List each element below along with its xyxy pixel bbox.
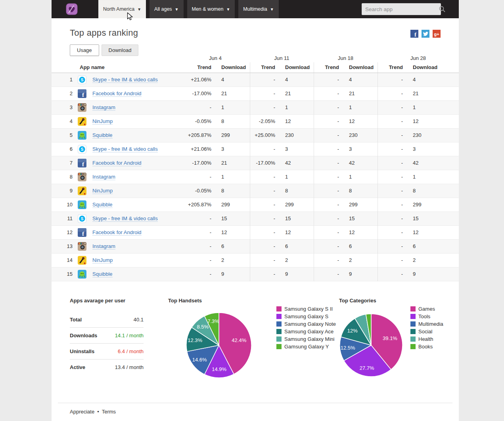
app-link[interactable]: Skype - free IM & video calls: [92, 146, 158, 152]
facebook-app-icon: f: [73, 87, 90, 100]
pie-slice-label: 12.5%: [341, 345, 355, 351]
legend-label: Multimedia: [418, 321, 443, 327]
app-link[interactable]: Instagram: [92, 104, 115, 111]
facebook-icon[interactable]: f: [410, 30, 418, 38]
trend-cell: -: [181, 253, 211, 267]
download-cell: 4: [275, 73, 314, 87]
legend-swatch: [410, 314, 416, 319]
stat-value: 6.4 / month: [118, 348, 144, 354]
nav-menu: North America ▼ All ages ▼ Men & women ▼…: [98, 0, 282, 18]
download-header: Download: [403, 62, 459, 73]
app-link[interactable]: Facebook for Android: [92, 160, 142, 166]
trend-cell: -: [250, 267, 275, 281]
handsets-chart-title: Top Handsets: [168, 298, 202, 304]
nav-dropdown-region[interactable]: North America ▼: [98, 0, 146, 18]
search-icon[interactable]: [439, 4, 446, 14]
rank-cell: 6: [52, 142, 73, 156]
apps-average-panel: Apps avarage per user Total40.1Downloads…: [70, 298, 144, 375]
trend-cell: -: [181, 267, 211, 281]
app-link[interactable]: Skype - free IM & video calls: [92, 215, 158, 222]
app-link[interactable]: Instagram: [92, 174, 115, 180]
download-cell: 1: [403, 170, 459, 184]
legend-label: Health: [418, 336, 433, 342]
trend-cell: -: [314, 239, 339, 253]
twitter-icon[interactable]: [422, 30, 429, 38]
footer-divider: [58, 403, 452, 403]
ninjump-app-icon: [73, 114, 90, 128]
download-cell: 1: [211, 100, 250, 114]
rank-cell: 5: [52, 128, 73, 142]
svg-text:S: S: [81, 217, 84, 221]
footer: Appreciate • Terms: [70, 409, 116, 415]
legend-label: Samsung Galaxy S II: [284, 306, 333, 312]
squibble-app-icon: [73, 128, 90, 142]
nav-dropdown-ages[interactable]: All ages ▼: [149, 0, 183, 18]
trend-cell: -: [181, 170, 211, 184]
app-link[interactable]: Squibble: [92, 271, 113, 277]
trend-cell: -: [378, 198, 403, 211]
trend-cell: -17.00%: [181, 87, 211, 100]
download-header: Download: [275, 62, 314, 73]
categories-pie-chart: 39.1%27.7%12.5%12%: [339, 313, 403, 377]
rank-cell: 13: [52, 239, 73, 253]
legend-label: Tools: [418, 313, 430, 319]
trend-cell: -: [314, 170, 339, 184]
ninjump-app-icon: [73, 253, 90, 267]
pie-slice-label: 7.3%: [207, 318, 219, 324]
footer-link-appreciate[interactable]: Appreciate: [70, 409, 94, 415]
download-cell: 9: [339, 267, 378, 281]
google-plus-icon[interactable]: g+: [433, 30, 441, 38]
trend-cell: -2.05%: [250, 114, 275, 128]
trend-cell: -0.05%: [181, 114, 211, 128]
trend-cell: -: [378, 225, 403, 239]
trend-cell: -: [378, 73, 403, 87]
app-link[interactable]: Instagram: [92, 243, 115, 250]
trend-cell: -: [314, 211, 339, 225]
table-row: 11SSkype - free IM & video calls-15-15-1…: [52, 211, 459, 225]
download-cell: 3: [403, 142, 459, 156]
skype-app-icon: S: [73, 142, 90, 156]
download-cell: 15: [275, 211, 314, 225]
footer-link-terms[interactable]: Terms: [102, 409, 116, 415]
categories-chart-title: Top Categories: [339, 298, 376, 304]
app-link[interactable]: Facebook for Android: [92, 90, 142, 97]
legend-swatch: [410, 321, 416, 327]
nav-dropdown-category[interactable]: Multimedia ▼: [238, 0, 278, 18]
download-cell: 2: [211, 253, 250, 267]
app-link[interactable]: Facebook for Android: [92, 229, 142, 236]
app-link[interactable]: NinJump: [92, 188, 113, 194]
download-cell: 9: [275, 267, 314, 281]
app-link[interactable]: Squibble: [92, 202, 113, 208]
download-cell: 3: [211, 142, 250, 156]
download-cell: 1: [211, 170, 250, 184]
legend-label: Games: [418, 306, 435, 312]
app-link[interactable]: Squibble: [92, 132, 113, 138]
stat-value: 13.4 / month: [115, 364, 144, 370]
chevron-down-icon: ▼: [270, 7, 274, 12]
app-logo-heart-icon[interactable]: [66, 3, 78, 15]
app-link[interactable]: Skype - free IM & video calls: [92, 77, 158, 83]
trend-cell: -: [378, 211, 403, 225]
trend-cell: -: [181, 211, 211, 225]
app-name-cell: Facebook for Android: [90, 156, 181, 170]
pie-slice-label: 42.4%: [232, 337, 246, 343]
download-cell: 1: [403, 100, 459, 114]
app-link[interactable]: NinJump: [92, 257, 113, 263]
download-cell: 12: [211, 225, 250, 239]
legend-swatch: [276, 329, 282, 334]
handsets-pie-chart: 42.4%14.9%14.6%12.3%8.5%7.3%: [186, 312, 252, 378]
legend-item: Samsung Galaxy Mini: [276, 335, 336, 343]
legend-swatch: [410, 336, 416, 342]
legend-item: Health: [410, 335, 443, 343]
search-input[interactable]: [362, 6, 439, 12]
app-link[interactable]: NinJump: [92, 118, 113, 125]
trend-cell: -0.05%: [181, 184, 211, 198]
legend-item: Social: [410, 328, 443, 335]
trend-cell: -: [378, 239, 403, 253]
date-group-label: Jun 4: [181, 54, 250, 62]
app-name-cell: Facebook for Android: [90, 225, 181, 239]
nav-dropdown-gender[interactable]: Men & women ▼: [187, 0, 235, 18]
stat-value: 40.1: [134, 317, 144, 323]
rank-cell: 15: [52, 267, 73, 281]
stat-row: Total40.1: [70, 312, 144, 328]
